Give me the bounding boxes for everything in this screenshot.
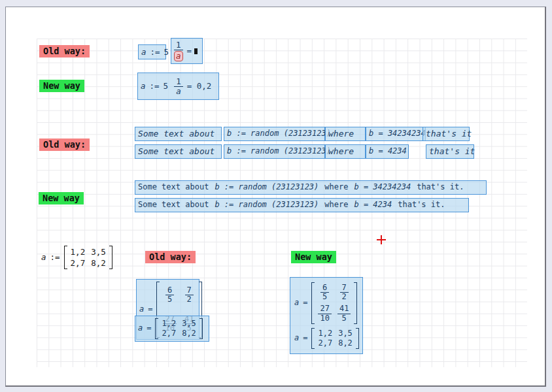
- text-region[interactable]: Some text about: [135, 144, 222, 159]
- denominator: 2: [186, 295, 193, 304]
- text-region-where[interactable]: where: [325, 144, 366, 159]
- matrix-cells: 1,2 3,5 2,7 8,2: [315, 328, 355, 349]
- math-region-fraction-error[interactable]: 1 a =: [171, 38, 203, 64]
- text: Some text about: [138, 129, 215, 139]
- text-region[interactable]: Some text about: [135, 127, 222, 141]
- matrix-cell-fraction: 65: [320, 284, 329, 301]
- math-region-new-way-matrix-results[interactable]: a = 65 72 2710 415 a =: [290, 277, 363, 354]
- text: that's it.: [398, 201, 445, 209]
- denominator: 5: [341, 314, 348, 323]
- error-variable-a[interactable]: a: [174, 51, 183, 61]
- bracket-right: [199, 318, 203, 339]
- math-region-result[interactable]: b = 34234234: [366, 127, 426, 141]
- matrix-cells: 1,2 3,5 2,7 8,2: [67, 246, 109, 269]
- app-window: Old way: a := 5 1 a = New way a := 5 1 a…: [0, 0, 552, 392]
- stacked-expressions: a = 65 72 2710 415 a =: [294, 282, 359, 349]
- value-5: 5: [164, 48, 169, 57]
- matrix-cell: 8,2: [338, 339, 353, 348]
- insertion-cursor-cross[interactable]: [377, 235, 386, 244]
- numerator: 41: [337, 304, 351, 314]
- math-region-new-way-expr[interactable]: a := 5 1 a = 0,2: [137, 73, 219, 100]
- expr: b := random (23123123): [215, 183, 319, 191]
- result-value: = 0,2: [187, 82, 212, 91]
- value-5: 5: [164, 82, 169, 91]
- equals-sign: =: [147, 324, 151, 333]
- fraction-numerator: 1: [174, 77, 183, 87]
- math-region-result[interactable]: b = 4234: [366, 144, 409, 159]
- bracket-right: [109, 246, 112, 269]
- text: where: [328, 129, 354, 139]
- matrix-cell: 1,2: [71, 247, 86, 257]
- numerator: 6: [165, 286, 174, 295]
- denominator: 5: [166, 295, 173, 304]
- expression-line: a = 1,2 3,5 2,7 8,2: [294, 328, 359, 349]
- label-new-way-top[interactable]: New way: [39, 80, 84, 92]
- equals-sign: =: [148, 305, 152, 314]
- label-old-way-top[interactable]: Old way:: [39, 45, 90, 57]
- text: that's it: [429, 147, 475, 156]
- matrix-cells: 1,2 3,5 2,7 8,2: [158, 318, 199, 339]
- matrix-cell: 8,2: [91, 258, 106, 268]
- equals-sign: =: [303, 334, 307, 342]
- label-new-way-bottom[interactable]: New way: [291, 251, 336, 263]
- matrix-cell-fraction: 72: [340, 284, 349, 301]
- numerator: 7: [340, 284, 349, 293]
- label-old-way-mid[interactable]: Old way:: [39, 139, 90, 151]
- denominator: 5: [321, 293, 328, 301]
- numerator: 6: [320, 284, 329, 293]
- text-region-where[interactable]: where: [325, 127, 366, 141]
- matrix-cell-fraction: 2710: [318, 304, 331, 322]
- expr: b = 4234: [369, 147, 407, 155]
- matrix-cell: 8,2: [182, 329, 196, 338]
- denominator: 2: [341, 293, 348, 301]
- text: where: [324, 201, 348, 209]
- math-region-a-assign[interactable]: a := 5: [138, 44, 166, 59]
- math-region-random[interactable]: b := random (23123123): [224, 127, 325, 141]
- matrix-cell: 2,7: [162, 329, 176, 338]
- matrix: 1,2 3,5 2,7 8,2: [155, 318, 202, 339]
- matrix-cell-fraction: 72: [185, 286, 194, 304]
- denominator: 10: [319, 314, 330, 323]
- fraction: 1 a: [174, 77, 183, 96]
- text: Some text about: [138, 147, 215, 156]
- placeholder-square[interactable]: [194, 48, 198, 54]
- fraction-denominator: a: [175, 87, 182, 96]
- var-a: a: [141, 48, 147, 57]
- matrix-cell: 2,7: [71, 258, 86, 268]
- text-region-inline-row[interactable]: Some text about b := random (23123123) w…: [135, 180, 487, 195]
- matrix-cell: 3,5: [182, 319, 196, 328]
- text: Some text about: [138, 201, 209, 209]
- worksheet-page[interactable]: [5, 7, 546, 387]
- expr: b := random (23123123): [215, 201, 319, 209]
- text: where: [328, 147, 354, 156]
- text-region-thats-it[interactable]: that's it: [423, 127, 470, 141]
- fraction-numerator: 1: [174, 41, 183, 50]
- matrix: 1,2 3,5 2,7 8,2: [64, 246, 112, 269]
- equals-sign: =: [303, 299, 307, 307]
- math-region-random[interactable]: b := random (23123123): [224, 144, 325, 159]
- matrix: 1,2 3,5 2,7 8,2: [311, 328, 358, 349]
- math-region-plain-matrix-result-overlapping[interactable]: a = 1,2 3,5 2,7 8,2: [135, 316, 209, 342]
- label-new-way-mid[interactable]: New way: [39, 192, 84, 204]
- matrix-cell: 3,5: [338, 329, 353, 338]
- math-region-matrix-definition[interactable]: a := 1,2 3,5 2,7 8,2: [41, 243, 112, 271]
- assign-operator: :=: [150, 48, 160, 57]
- label-old-way-bottom[interactable]: Old way:: [145, 251, 196, 263]
- assign-operator: :=: [50, 252, 60, 262]
- expr: b := random (23123123): [227, 147, 331, 155]
- bracket-right: [356, 328, 359, 349]
- text-region-inline-row[interactable]: Some text about b := random (23123123) w…: [135, 198, 469, 212]
- fraction: 1 a: [174, 41, 183, 61]
- matrix-cell: 3,5: [91, 247, 106, 257]
- expression-line: a = 65 72 2710 415: [294, 282, 357, 324]
- text-region-thats-it[interactable]: that's it: [426, 144, 474, 159]
- expr: b := random (23123123): [227, 129, 331, 138]
- matrix-cell-fraction: 65: [165, 286, 174, 304]
- var-a: a: [138, 324, 143, 333]
- text: that's it: [426, 129, 472, 139]
- bracket-right: [354, 282, 357, 324]
- var-a: a: [141, 82, 146, 91]
- text: that's it.: [417, 183, 464, 191]
- text: Some text about: [138, 183, 209, 191]
- text: where: [324, 183, 348, 191]
